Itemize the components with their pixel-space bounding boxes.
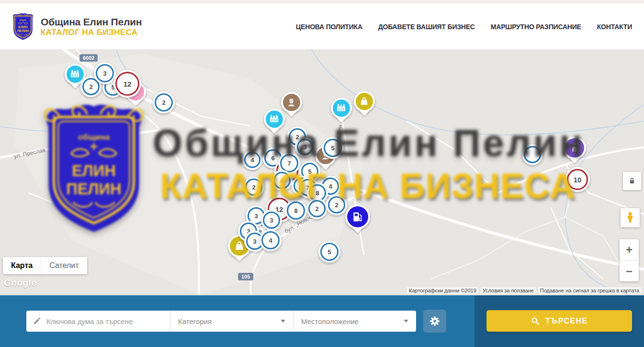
magnifier-icon	[531, 316, 540, 326]
nav-item-contacts[interactable]: КОНТАКТИ	[597, 23, 632, 31]
cluster-ring	[524, 146, 541, 163]
site-logo[interactable]: общинаЕЛИНПЕЛИН Община Елин Пелин КАТАЛО…	[12, 13, 142, 41]
keyword-search-input[interactable]	[45, 317, 164, 326]
zoom-in-button[interactable]: +	[620, 239, 639, 260]
map-type-map-button[interactable]: Карта	[3, 257, 41, 274]
nav-item-pricing[interactable]: ЦЕНОВА ПОЛИТИКА	[296, 23, 362, 31]
cluster-count: 4	[269, 237, 272, 244]
cluster-marker[interactable]: 2	[306, 198, 328, 219]
site-title-block: Община Елин Пелин КАТАЛОГ НА БИЗНЕСА	[41, 16, 142, 37]
cluster-marker[interactable]: 3	[261, 210, 282, 231]
cluster-marker[interactable]: 8	[285, 200, 307, 222]
cluster-count: 4	[250, 157, 254, 164]
search-button[interactable]: ТЪРСЕНЕ	[486, 310, 632, 332]
svg-text:ЕЛИН: ЕЛИН	[18, 25, 27, 29]
chevron-down-icon	[281, 320, 285, 323]
lock-icon	[628, 177, 636, 185]
cluster-count: 3	[103, 70, 106, 77]
location-select[interactable]: Местоположение	[293, 311, 416, 332]
category-select[interactable]: Категория	[170, 311, 293, 332]
cluster-count: 3	[254, 213, 258, 220]
map-type-control: Карта Сателит	[3, 257, 87, 274]
cluster-count: 8	[294, 207, 297, 214]
nav-item-route-schedule[interactable]: МАРШРУТНО РАЗПИСАНИЕ	[491, 23, 581, 31]
cluster-marker[interactable]: 2	[243, 177, 264, 198]
municipality-shield-logo-icon: общинаЕЛИНПЕЛИН	[12, 13, 34, 41]
location-select-value: Местоположение	[301, 317, 359, 325]
cluster-marker[interactable]: 4	[242, 150, 262, 170]
search-fields-group: Категория Местоположение	[26, 311, 416, 332]
cluster-marker[interactable]: 12	[113, 70, 141, 98]
site-subtitle: КАТАЛОГ НА БИЗНЕСА	[41, 28, 142, 37]
cluster-count: 2	[252, 184, 255, 191]
map-attribution: Картографски данни ©2019 Условия за полз…	[407, 287, 641, 294]
advanced-search-settings-button[interactable]	[423, 310, 446, 333]
map-type-satellite-button[interactable]: Сателит	[41, 257, 87, 274]
cluster-count: 4	[280, 177, 283, 184]
cluster-count: 6	[271, 155, 274, 162]
cluster-marker[interactable]: 10	[565, 167, 590, 192]
cluster-marker[interactable]: 5	[318, 241, 340, 263]
cluster-count: 3	[303, 144, 306, 151]
search-button-label: ТЪРСЕНЕ	[545, 317, 588, 325]
pegman-icon	[624, 212, 636, 224]
zoom-out-button[interactable]: −	[620, 260, 639, 281]
gear-icon	[429, 315, 441, 327]
nav-item-add-business[interactable]: ДОБАВЕТЕ ВАШИЯТ БИЗНЕС	[378, 23, 475, 31]
cluster-marker[interactable]: 3	[295, 137, 315, 157]
cluster-marker[interactable]: 5	[322, 137, 344, 159]
site-title: Община Елин Пелин	[41, 16, 142, 28]
street-view-pegman-button[interactable]	[621, 208, 640, 227]
category-select-value: Категория	[178, 317, 212, 325]
map-zoom-control: + −	[620, 239, 639, 281]
cluster-count: 5	[331, 145, 334, 152]
search-bar: Категория Местоположение ТЪРСЕНЕ	[0, 295, 644, 347]
attribution-report-error-link[interactable]: Подаване на сигнал за грешка в картата	[538, 287, 641, 294]
attribution-terms-link[interactable]: Условия за ползване	[481, 287, 536, 294]
cluster-count: 4	[328, 183, 332, 190]
map-lock-button[interactable]	[623, 172, 641, 190]
cluster-count: 2	[335, 201, 338, 209]
svg-text:община: община	[20, 19, 27, 21]
cluster-marker[interactable]: 4	[260, 229, 282, 251]
cluster-count: 5	[328, 248, 331, 256]
svg-text:ПЕЛИН: ПЕЛИН	[17, 29, 29, 33]
map-clusters-layer: 25312223546137542274822128833334510	[0, 49, 644, 295]
google-logo[interactable]: Google	[4, 278, 36, 288]
cluster-count: 8	[316, 190, 319, 197]
main-nav: ЦЕНОВА ПОЛИТИКА ДОБАВЕТЕ ВАШИЯТ БИЗНЕС М…	[296, 23, 632, 31]
cluster-count: 7	[287, 160, 291, 167]
cluster-count: 2	[89, 83, 92, 90]
cluster-count: 10	[574, 176, 582, 184]
pencil-icon	[33, 317, 41, 325]
cluster-count: 2	[162, 99, 165, 106]
header: общинаЕЛИНПЕЛИН Община Елин Пелин КАТАЛО…	[0, 0, 644, 49]
cluster-count: 3	[270, 217, 273, 224]
cluster-marker[interactable]: 2	[326, 194, 347, 215]
cluster-marker[interactable]: 3	[94, 62, 116, 84]
cluster-count: 2	[315, 205, 318, 213]
cluster-count: 3	[253, 238, 256, 245]
keyword-field-wrap	[26, 311, 170, 332]
cluster-marker[interactable]: 2	[153, 91, 175, 113]
cluster-count: 5	[308, 168, 311, 175]
cluster-count: 12	[124, 80, 132, 88]
chevron-down-icon	[404, 320, 408, 323]
cluster-marker[interactable]: 4	[271, 170, 293, 191]
cluster-marker[interactable]	[522, 144, 543, 165]
attribution-copyright: Картографски данни ©2019	[407, 287, 478, 294]
map-canvas[interactable]: 6002 105 ул. Преслав бул. „Новосел ции 2…	[0, 49, 644, 295]
